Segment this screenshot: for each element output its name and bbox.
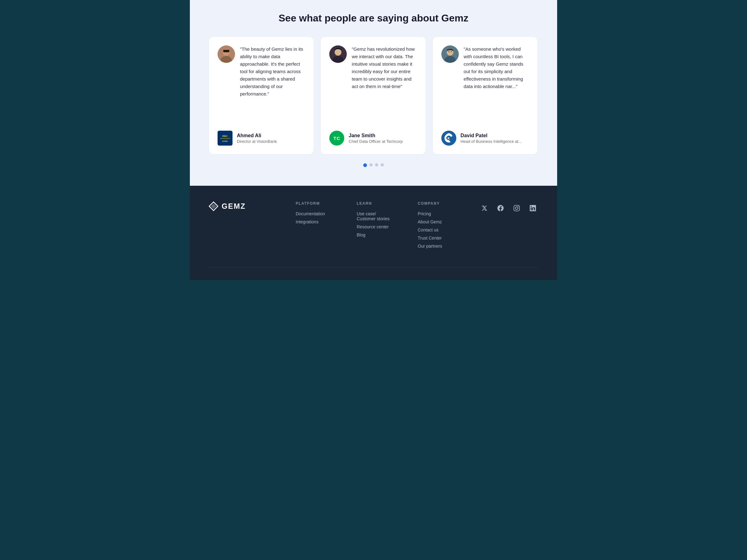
person-name-2: Jane Smith (349, 133, 403, 138)
quote-text-2: "Gemz has revolutionized how we interact… (352, 46, 417, 90)
footer-link-partners[interactable]: Our partners (418, 244, 460, 248)
svg-rect-7 (220, 138, 230, 139)
testimonials-cards-container: "The beauty of Gemz lies in its ability … (209, 36, 538, 155)
person-info-1: Ahmed Ali Director at VisionBank (237, 133, 277, 144)
footer-link-pricing[interactable]: Pricing (418, 211, 460, 216)
footer-col-title-platform: PLATFORM (296, 201, 338, 206)
card-top-1: "The beauty of Gemz lies in its ability … (217, 46, 305, 98)
footer-link-integrations[interactable]: Integrations (296, 219, 338, 224)
footer-link-documentation[interactable]: Documentation (296, 211, 338, 216)
section-title: See what people are saying about Gemz (209, 12, 538, 24)
footer-divider (209, 267, 538, 268)
footer-brand: GEMZ (209, 201, 277, 252)
footer-link-about[interactable]: About Gemz (418, 219, 460, 224)
footer-column-company: COMPANY Pricing About Gemz Contact us Tr… (418, 201, 460, 252)
card-bottom-1: RBC BANK Ahmed Ali Director at VisionBan… (217, 131, 305, 145)
footer-column-learn: LEARN Use case/Customer stories Resource… (357, 201, 399, 252)
person-info-2: Jane Smith Chief Data Officer at Techcor… (349, 133, 403, 144)
person-title-1: Director at VisionBank (237, 139, 277, 144)
tc-logo-text: TC (333, 136, 340, 141)
carousel-dot-2[interactable] (369, 163, 372, 166)
person-title-3: Head of Business Intelligence at... (461, 139, 522, 144)
person-info-3: David Patel Head of Business Intelligenc… (461, 133, 522, 144)
footer-column-platform: PLATFORM Documentation Integrations (296, 201, 338, 252)
carousel-dots (209, 163, 538, 167)
linkedin-icon[interactable] (527, 203, 538, 214)
gemz-diamond-icon (209, 201, 218, 211)
carousel-dot-3[interactable] (375, 163, 378, 166)
footer-top: GEMZ PLATFORM Documentation Integrations… (209, 201, 538, 264)
person-name-1: Ahmed Ali (237, 133, 277, 138)
footer-col-title-learn: LEARN (357, 201, 399, 206)
instagram-icon[interactable] (511, 203, 522, 214)
testimonial-card-2: "Gemz has revolutionized how we interact… (320, 36, 426, 155)
footer-link-trust-center[interactable]: Trust Center (418, 236, 460, 240)
tc-logo: TC (329, 131, 344, 145)
quote-text-1: "The beauty of Gemz lies in its ability … (240, 46, 305, 98)
testimonial-card-3: "As someone who's worked with countless … (432, 36, 538, 155)
svg-text:RBC: RBC (222, 135, 228, 137)
avatar-ahmed (217, 46, 235, 63)
footer-link-contact[interactable]: Contact us (418, 228, 460, 232)
carousel-dot-1[interactable] (363, 163, 367, 167)
carousel-dot-4[interactable] (381, 163, 384, 166)
svg-text:BANK: BANK (222, 140, 228, 142)
footer: GEMZ PLATFORM Documentation Integrations… (190, 186, 557, 280)
card-top-2: "Gemz has revolutionized how we interact… (329, 46, 417, 90)
rbc-logo-inner: RBC BANK (217, 131, 232, 145)
gemz-company-logo (441, 131, 456, 145)
footer-link-usecase[interactable]: Use case/Customer stories (357, 211, 399, 221)
rbc-logo: RBC BANK (217, 131, 232, 145)
avatar-david (441, 46, 459, 63)
card-bottom-2: TC Jane Smith Chief Data Officer at Tech… (329, 131, 417, 145)
facebook-icon[interactable] (495, 203, 506, 214)
svg-point-12 (335, 49, 341, 55)
svg-rect-4 (223, 50, 229, 52)
gemz-logo: GEMZ (209, 201, 277, 211)
gemz-logo-text: GEMZ (222, 202, 246, 211)
avatar-jane (329, 46, 347, 63)
person-title-2: Chief Data Officer at Techcorp (349, 139, 403, 144)
footer-social (479, 201, 538, 252)
footer-link-resource-center[interactable]: Resource center (357, 224, 399, 229)
card-top-3: "As someone who's worked with countless … (441, 46, 529, 90)
page-wrapper: See what people are saying about Gemz (190, 0, 557, 280)
x-twitter-icon[interactable] (479, 203, 490, 214)
card-bottom-3: David Patel Head of Business Intelligenc… (441, 131, 529, 145)
quote-text-3: "As someone who's worked with countless … (464, 46, 529, 90)
testimonial-card-1: "The beauty of Gemz lies in its ability … (209, 36, 314, 155)
person-name-3: David Patel (461, 133, 522, 138)
testimonials-section: See what people are saying about Gemz (190, 0, 557, 186)
footer-col-title-company: COMPANY (418, 201, 460, 206)
footer-link-blog[interactable]: Blog (357, 232, 399, 237)
svg-rect-19 (448, 52, 452, 52)
footer-columns: PLATFORM Documentation Integrations LEAR… (296, 201, 460, 252)
